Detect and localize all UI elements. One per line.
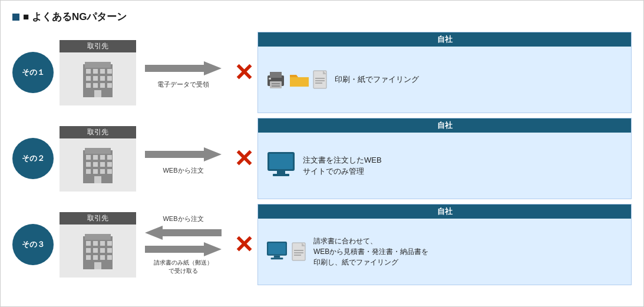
doc-icon-3 xyxy=(291,242,308,262)
arrow-area-2: WEBから注文 xyxy=(136,143,230,175)
svg-rect-4 xyxy=(100,69,105,74)
torihiki-body-2 xyxy=(60,138,136,192)
svg-rect-2 xyxy=(86,69,91,74)
jisha-icons-2 xyxy=(265,151,297,180)
svg-rect-44 xyxy=(269,154,293,169)
monitor-icon xyxy=(265,151,297,180)
top-arrow-wrapper: WEBから注文 xyxy=(145,214,222,240)
svg-rect-56 xyxy=(107,248,112,253)
arrow-bottom-label-2: WEBから注文 xyxy=(163,166,203,175)
svg-marker-63 xyxy=(145,242,222,256)
svg-rect-70 xyxy=(294,250,303,251)
section-title: ■ よくあるNGパターン xyxy=(23,10,127,24)
svg-rect-21 xyxy=(269,78,271,80)
svg-rect-50 xyxy=(93,241,98,246)
row-2: その２ 取引先 xyxy=(12,118,632,199)
jisha-box-3: 自社 xyxy=(257,204,632,285)
printer-icon xyxy=(265,70,286,90)
svg-rect-49 xyxy=(86,241,91,246)
svg-rect-57 xyxy=(86,255,91,260)
jisha-content-2: 注文書を注文したWEB サイトでのみ管理 xyxy=(258,133,631,199)
arrow-bottom-label-1: 電子データで受領 xyxy=(157,80,209,89)
main-container: ■ よくあるNGパターン その１ 取引先 xyxy=(0,0,644,307)
jisha-text-3: 請求書に合わせて、 WEBから見積書・発注書・納品書を 印刷し、紙でファイリング xyxy=(313,236,428,268)
jisha-content-1: 印刷・紙でファイリング xyxy=(258,47,631,113)
folder-icon xyxy=(289,70,310,89)
svg-rect-10 xyxy=(86,83,91,88)
svg-rect-54 xyxy=(93,248,98,253)
torihiki-box-3: 取引先 xyxy=(60,212,136,278)
header-square-icon xyxy=(12,14,19,21)
svg-rect-59 xyxy=(100,255,105,260)
arrow-right-3 xyxy=(145,242,222,256)
svg-rect-13 xyxy=(107,83,112,88)
svg-rect-67 xyxy=(271,258,283,259)
torihiki-body-1 xyxy=(60,52,136,105)
arrow-right-2 xyxy=(145,145,222,164)
svg-rect-1 xyxy=(85,62,111,68)
double-arrow-area-3: WEBから注文 請求書のみ紙（郵送） で受け取る xyxy=(136,214,230,275)
badge-2: その２ xyxy=(12,138,54,179)
svg-rect-9 xyxy=(107,76,112,81)
svg-rect-12 xyxy=(100,83,105,88)
jisha-icons-3 xyxy=(265,240,308,263)
x-mark-3: ✕ xyxy=(234,233,254,256)
svg-rect-55 xyxy=(100,248,105,253)
svg-rect-60 xyxy=(107,255,112,260)
rows-area: その１ 取引先 xyxy=(12,32,632,285)
svg-rect-45 xyxy=(277,171,285,174)
svg-rect-25 xyxy=(315,80,325,81)
torihiki-box-1: 取引先 xyxy=(60,40,136,105)
jisha-icons-1 xyxy=(265,70,329,90)
torihiki-box-2: 取引先 xyxy=(60,126,136,192)
svg-rect-72 xyxy=(294,255,301,256)
svg-rect-6 xyxy=(86,76,91,81)
jisha-content-3: 請求書に合わせて、 WEBから見積書・発注書・納品書を 印刷し、紙でファイリング xyxy=(258,219,631,285)
svg-rect-40 xyxy=(107,169,112,174)
svg-rect-61 xyxy=(94,262,101,269)
doc-icon-1 xyxy=(312,70,329,90)
row-3: その３ 取引先 xyxy=(12,204,632,285)
svg-rect-36 xyxy=(107,162,112,167)
svg-rect-53 xyxy=(86,248,91,253)
svg-rect-41 xyxy=(94,176,101,183)
svg-marker-62 xyxy=(145,226,222,240)
jisha-box-2: 自社 注文書を注文したWEB サイトでのみ管理 xyxy=(257,118,632,199)
svg-rect-48 xyxy=(85,234,111,240)
svg-rect-38 xyxy=(93,169,98,174)
svg-rect-7 xyxy=(93,76,98,81)
jisha-header-3: 自社 xyxy=(258,204,631,219)
svg-rect-34 xyxy=(93,162,98,167)
svg-rect-11 xyxy=(93,83,98,88)
svg-rect-28 xyxy=(85,148,111,154)
svg-rect-24 xyxy=(315,78,325,79)
svg-rect-51 xyxy=(100,241,105,246)
arrow-top-label-3: WEBから注文 xyxy=(163,214,203,223)
building-icon-1 xyxy=(80,58,115,100)
svg-rect-3 xyxy=(93,69,98,74)
section-header: ■ よくあるNGパターン xyxy=(12,10,632,24)
svg-rect-26 xyxy=(315,82,322,84)
arrow-area-1: 電子データで受領 xyxy=(136,57,230,89)
row-1: その１ 取引先 xyxy=(12,32,632,113)
svg-rect-20 xyxy=(272,85,280,87)
svg-rect-18 xyxy=(270,81,282,88)
svg-rect-14 xyxy=(94,90,101,97)
arrow-left-3 xyxy=(145,226,222,240)
arrow-right-1 xyxy=(145,59,222,78)
svg-rect-35 xyxy=(100,162,105,167)
torihiki-label-1: 取引先 xyxy=(60,40,136,52)
svg-rect-71 xyxy=(294,252,303,253)
monitor-icon-3 xyxy=(265,240,289,263)
svg-rect-17 xyxy=(270,72,282,78)
torihiki-label-2: 取引先 xyxy=(60,126,136,138)
torihiki-body-3 xyxy=(60,225,136,278)
bottom-arrow-wrapper: 請求書のみ紙（郵送） で受け取る xyxy=(145,242,222,275)
building-icon-2 xyxy=(80,144,115,186)
svg-rect-58 xyxy=(93,255,98,260)
x-mark-2: ✕ xyxy=(234,147,254,170)
svg-marker-42 xyxy=(145,147,222,161)
jisha-text-1: 印刷・紙でファイリング xyxy=(335,74,419,85)
svg-rect-29 xyxy=(86,155,91,160)
torihiki-label-3: 取引先 xyxy=(60,212,136,225)
